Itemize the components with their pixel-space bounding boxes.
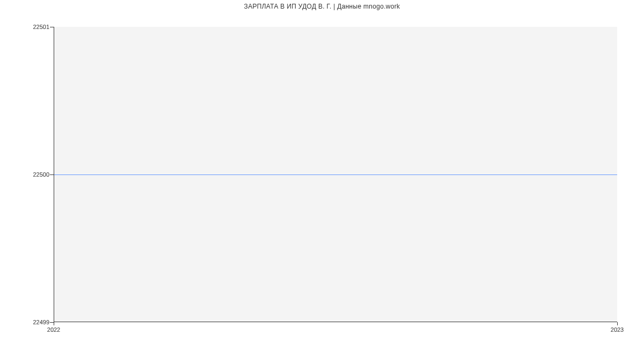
x-tick [617, 322, 618, 325]
plot-area [54, 27, 617, 322]
y-axis-tick-label: 22499 [1, 319, 49, 325]
y-tick [50, 27, 54, 27]
chart-title: ЗАРПЛАТА В ИП УДОД В. Г. | Данные mnogo.… [0, 3, 644, 10]
y-tick [50, 322, 54, 323]
y-axis-tick-label: 22501 [1, 24, 49, 30]
y-axis-tick-label: 22500 [1, 171, 49, 178]
x-axis-tick-label: 2022 [47, 326, 60, 333]
chart-container: ЗАРПЛАТА В ИП УДОД В. Г. | Данные mnogo.… [0, 0, 644, 349]
y-tick [50, 174, 54, 175]
x-tick [54, 322, 54, 325]
data-line-series [54, 174, 617, 175]
x-axis-tick-label: 2023 [611, 326, 624, 333]
